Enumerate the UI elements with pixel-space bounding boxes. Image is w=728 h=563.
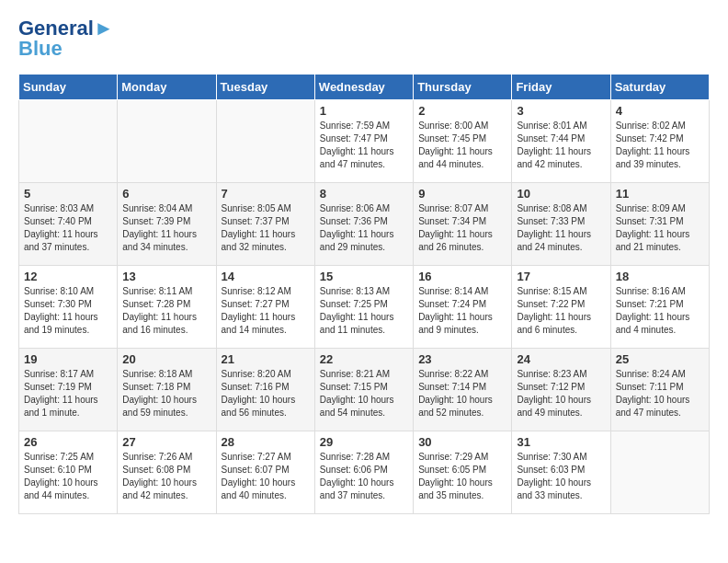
day-info: Sunrise: 8:14 AM Sunset: 7:24 PM Dayligh… xyxy=(418,285,506,337)
calendar-cell: 8Sunrise: 8:06 AM Sunset: 7:36 PM Daylig… xyxy=(314,183,413,266)
calendar-cell: 7Sunrise: 8:05 AM Sunset: 7:37 PM Daylig… xyxy=(216,183,314,266)
header-day-friday: Friday xyxy=(512,75,610,100)
calendar-cell: 21Sunrise: 8:20 AM Sunset: 7:16 PM Dayli… xyxy=(216,349,314,431)
day-info: Sunrise: 8:10 AM Sunset: 7:30 PM Dayligh… xyxy=(24,285,112,337)
day-number: 21 xyxy=(222,352,310,366)
calendar-cell: 5Sunrise: 8:03 AM Sunset: 7:40 PM Daylig… xyxy=(19,183,118,266)
day-info: Sunrise: 8:24 AM Sunset: 7:11 PM Dayligh… xyxy=(616,368,704,419)
calendar-cell: 30Sunrise: 7:29 AM Sunset: 6:05 PM Dayli… xyxy=(414,431,512,514)
day-info: Sunrise: 8:01 AM Sunset: 7:44 PM Dayligh… xyxy=(517,120,605,171)
calendar-table: SundayMondayTuesdayWednesdayThursdayFrid… xyxy=(18,74,710,514)
day-info: Sunrise: 8:11 AM Sunset: 7:28 PM Dayligh… xyxy=(122,285,210,337)
header-day-thursday: Thursday xyxy=(414,75,512,100)
calendar-cell: 1Sunrise: 7:59 AM Sunset: 7:47 PM Daylig… xyxy=(314,100,413,183)
day-number: 20 xyxy=(122,352,210,366)
day-number: 29 xyxy=(320,435,408,449)
day-info: Sunrise: 7:25 AM Sunset: 6:10 PM Dayligh… xyxy=(24,451,112,502)
day-info: Sunrise: 8:13 AM Sunset: 7:25 PM Dayligh… xyxy=(320,285,408,337)
day-info: Sunrise: 8:20 AM Sunset: 7:16 PM Dayligh… xyxy=(222,368,310,419)
day-number: 10 xyxy=(517,187,605,201)
day-number: 3 xyxy=(517,104,605,118)
day-number: 15 xyxy=(320,270,408,283)
calendar-cell: 31Sunrise: 7:30 AM Sunset: 6:03 PM Dayli… xyxy=(512,431,610,514)
calendar-cell xyxy=(118,100,216,183)
day-number: 9 xyxy=(418,187,506,201)
day-info: Sunrise: 8:18 AM Sunset: 7:18 PM Dayligh… xyxy=(122,368,210,419)
page-header: General► Blue xyxy=(18,18,710,59)
day-number: 25 xyxy=(616,352,704,366)
logo: General► Blue xyxy=(18,18,114,59)
day-info: Sunrise: 8:15 AM Sunset: 7:22 PM Dayligh… xyxy=(517,285,605,337)
calendar-cell: 29Sunrise: 7:28 AM Sunset: 6:06 PM Dayli… xyxy=(314,431,413,514)
day-number: 2 xyxy=(418,104,506,118)
calendar-cell: 20Sunrise: 8:18 AM Sunset: 7:18 PM Dayli… xyxy=(118,349,216,431)
calendar-cell: 17Sunrise: 8:15 AM Sunset: 7:22 PM Dayli… xyxy=(512,266,610,349)
day-info: Sunrise: 8:04 AM Sunset: 7:39 PM Dayligh… xyxy=(122,202,210,254)
day-number: 4 xyxy=(616,104,704,118)
day-number: 24 xyxy=(517,352,605,366)
day-info: Sunrise: 8:07 AM Sunset: 7:34 PM Dayligh… xyxy=(418,202,506,254)
calendar-cell: 13Sunrise: 8:11 AM Sunset: 7:28 PM Dayli… xyxy=(118,266,216,349)
calendar-cell: 16Sunrise: 8:14 AM Sunset: 7:24 PM Dayli… xyxy=(414,266,512,349)
calendar-cell: 28Sunrise: 7:27 AM Sunset: 6:07 PM Dayli… xyxy=(216,431,314,514)
week-row-1: 1Sunrise: 7:59 AM Sunset: 7:47 PM Daylig… xyxy=(19,100,710,183)
week-row-3: 12Sunrise: 8:10 AM Sunset: 7:30 PM Dayli… xyxy=(19,266,710,349)
day-info: Sunrise: 8:08 AM Sunset: 7:33 PM Dayligh… xyxy=(517,202,605,254)
day-number: 12 xyxy=(24,270,112,283)
header-day-monday: Monday xyxy=(118,75,216,100)
day-number: 19 xyxy=(24,352,112,366)
day-info: Sunrise: 8:03 AM Sunset: 7:40 PM Dayligh… xyxy=(24,202,112,254)
calendar-cell: 26Sunrise: 7:25 AM Sunset: 6:10 PM Dayli… xyxy=(19,431,118,514)
day-number: 17 xyxy=(517,270,605,283)
calendar-cell: 2Sunrise: 8:00 AM Sunset: 7:45 PM Daylig… xyxy=(414,100,512,183)
day-number: 8 xyxy=(320,187,408,201)
day-number: 23 xyxy=(418,352,506,366)
day-info: Sunrise: 7:27 AM Sunset: 6:07 PM Dayligh… xyxy=(222,451,310,502)
day-info: Sunrise: 7:29 AM Sunset: 6:05 PM Dayligh… xyxy=(418,451,506,502)
calendar-cell xyxy=(610,431,709,514)
calendar-cell: 14Sunrise: 8:12 AM Sunset: 7:27 PM Dayli… xyxy=(216,266,314,349)
day-info: Sunrise: 8:22 AM Sunset: 7:14 PM Dayligh… xyxy=(418,368,506,419)
header-day-sunday: Sunday xyxy=(19,75,118,100)
header-day-tuesday: Tuesday xyxy=(216,75,314,100)
calendar-cell: 10Sunrise: 8:08 AM Sunset: 7:33 PM Dayli… xyxy=(512,183,610,266)
calendar-cell: 18Sunrise: 8:16 AM Sunset: 7:21 PM Dayli… xyxy=(610,266,709,349)
day-info: Sunrise: 8:06 AM Sunset: 7:36 PM Dayligh… xyxy=(320,202,408,254)
day-info: Sunrise: 8:12 AM Sunset: 7:27 PM Dayligh… xyxy=(222,285,310,337)
day-number: 22 xyxy=(320,352,408,366)
day-number: 28 xyxy=(222,435,310,449)
calendar-cell: 11Sunrise: 8:09 AM Sunset: 7:31 PM Dayli… xyxy=(610,183,709,266)
calendar-cell: 25Sunrise: 8:24 AM Sunset: 7:11 PM Dayli… xyxy=(610,349,709,431)
header-row: SundayMondayTuesdayWednesdayThursdayFrid… xyxy=(19,75,710,100)
day-info: Sunrise: 7:59 AM Sunset: 7:47 PM Dayligh… xyxy=(320,120,408,171)
logo-text: General► xyxy=(18,18,114,39)
logo-blue: Blue xyxy=(18,39,114,59)
day-number: 16 xyxy=(418,270,506,283)
day-info: Sunrise: 8:23 AM Sunset: 7:12 PM Dayligh… xyxy=(517,368,605,419)
day-info: Sunrise: 8:00 AM Sunset: 7:45 PM Dayligh… xyxy=(418,120,506,171)
day-number: 18 xyxy=(616,270,704,283)
header-day-wednesday: Wednesday xyxy=(314,75,413,100)
day-number: 26 xyxy=(24,435,112,449)
day-number: 30 xyxy=(418,435,506,449)
calendar-cell: 24Sunrise: 8:23 AM Sunset: 7:12 PM Dayli… xyxy=(512,349,610,431)
day-number: 5 xyxy=(24,187,112,201)
day-number: 6 xyxy=(122,187,210,201)
calendar-cell xyxy=(19,100,118,183)
calendar-cell xyxy=(216,100,314,183)
day-info: Sunrise: 8:02 AM Sunset: 7:42 PM Dayligh… xyxy=(616,120,704,171)
day-number: 1 xyxy=(320,104,408,118)
day-info: Sunrise: 8:16 AM Sunset: 7:21 PM Dayligh… xyxy=(616,285,704,337)
day-info: Sunrise: 7:28 AM Sunset: 6:06 PM Dayligh… xyxy=(320,451,408,502)
calendar-cell: 27Sunrise: 7:26 AM Sunset: 6:08 PM Dayli… xyxy=(118,431,216,514)
day-info: Sunrise: 7:26 AM Sunset: 6:08 PM Dayligh… xyxy=(122,451,210,502)
calendar-cell: 4Sunrise: 8:02 AM Sunset: 7:42 PM Daylig… xyxy=(610,100,709,183)
day-number: 13 xyxy=(122,270,210,283)
calendar-cell: 19Sunrise: 8:17 AM Sunset: 7:19 PM Dayli… xyxy=(19,349,118,431)
day-info: Sunrise: 8:17 AM Sunset: 7:19 PM Dayligh… xyxy=(24,368,112,419)
day-info: Sunrise: 8:21 AM Sunset: 7:15 PM Dayligh… xyxy=(320,368,408,419)
calendar-cell: 22Sunrise: 8:21 AM Sunset: 7:15 PM Dayli… xyxy=(314,349,413,431)
calendar-cell: 6Sunrise: 8:04 AM Sunset: 7:39 PM Daylig… xyxy=(118,183,216,266)
calendar-cell: 9Sunrise: 8:07 AM Sunset: 7:34 PM Daylig… xyxy=(414,183,512,266)
day-info: Sunrise: 8:05 AM Sunset: 7:37 PM Dayligh… xyxy=(222,202,310,254)
